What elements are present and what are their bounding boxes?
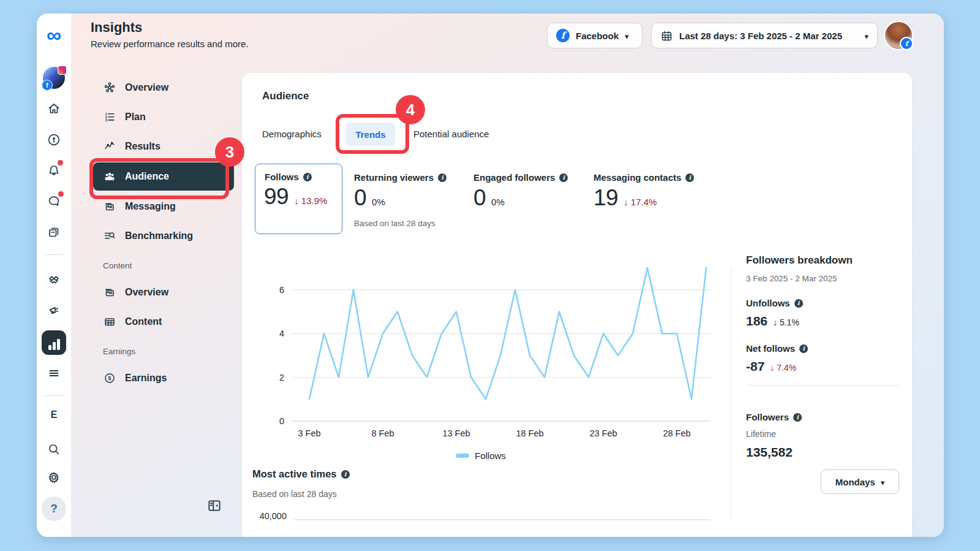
hamburger-menu-icon	[47, 366, 61, 381]
followers-label-row: Followers	[746, 412, 899, 422]
sidebar-item-messaging[interactable]: Messaging	[71, 196, 244, 217]
metric-card-follows[interactable]: Follows 99 13.9%	[255, 164, 342, 234]
metric-value: 0	[354, 185, 366, 211]
stat-delta-down: 5.1%	[773, 317, 799, 327]
sidebar-section-content: Content	[103, 261, 132, 270]
chevron-down-icon	[625, 31, 629, 41]
messages-dot	[58, 191, 64, 197]
breakdown-title: Followers breakdown	[746, 254, 899, 267]
ads-button[interactable]	[37, 300, 71, 322]
sidebar-item-content[interactable]: Content	[71, 311, 244, 332]
day-selector-button[interactable]: Mondays	[821, 469, 899, 494]
search-icon	[47, 442, 61, 457]
table-grid-icon	[103, 315, 116, 329]
sidebar-item-label: Benchmarking	[125, 230, 193, 241]
stat-label: Unfollows	[746, 298, 790, 308]
chevron-down-icon	[881, 477, 885, 487]
sidebar-item-overview[interactable]: Overview	[71, 77, 244, 98]
metric-card-returning-viewers[interactable]: Returning viewers 0 0%	[354, 164, 447, 211]
svg-text:23 Feb: 23 Feb	[589, 428, 617, 438]
metric-card-engaged-followers[interactable]: Engaged followers 0 0%	[473, 164, 568, 211]
most-active-times-note: Based on last 28 days	[252, 489, 337, 499]
unfollows-value-row: 186 5.1%	[746, 314, 899, 329]
metric-delta-down: 13.9%	[294, 196, 327, 206]
info-icon[interactable]	[685, 173, 694, 182]
sidebar-item-label: Content	[125, 316, 162, 327]
sidebar-item-earnings[interactable]: $ Earnings	[71, 368, 244, 389]
tab-demographics[interactable]: Demographics	[262, 123, 322, 146]
info-icon[interactable]	[438, 173, 447, 182]
home-button[interactable]	[37, 97, 71, 120]
info-icon[interactable]	[341, 470, 350, 479]
help-button[interactable]: ?	[37, 496, 71, 521]
info-icon[interactable]	[559, 173, 568, 182]
metric-label: Messaging contacts	[594, 172, 681, 183]
tab-trends-selected[interactable]: Trends	[346, 123, 395, 146]
messages-button[interactable]	[37, 190, 71, 212]
insights-button-selected[interactable]	[37, 330, 71, 355]
net-follows-value-row: -87 7.4%	[746, 359, 899, 374]
metric-card-messaging-contacts[interactable]: Messaging contacts 19 17.4%	[594, 164, 694, 211]
horizontal-divider	[746, 385, 899, 386]
insights-sidebar: Overview 1 2 3 Plan Results	[71, 13, 244, 537]
svg-text:0: 0	[279, 416, 284, 426]
date-range-button[interactable]: Last 28 days: 3 Feb 2025 - 2 Mar 2025	[651, 23, 878, 48]
sidebar-item-label: Overview	[125, 82, 168, 93]
sidebar-item-audience-selected[interactable]: Audience	[93, 162, 234, 191]
collapse-sidebar-button[interactable]	[206, 498, 224, 515]
sidebar-item-benchmarking[interactable]: Benchmarking	[71, 226, 244, 246]
profile-switcher-button[interactable]: E	[37, 404, 71, 426]
notification-dot	[58, 160, 63, 165]
facebook-badge-icon: f	[42, 80, 53, 91]
sidebar-item-results[interactable]: Results	[71, 136, 244, 157]
svg-text:3 Feb: 3 Feb	[298, 428, 320, 438]
legend-line-swatch	[456, 454, 469, 458]
settings-button[interactable]	[37, 466, 71, 488]
svg-text:$: $	[108, 375, 111, 381]
tab-potential-audience[interactable]: Potential audience	[413, 123, 489, 146]
info-icon[interactable]	[793, 413, 802, 422]
metric-delta-down: 17.4%	[624, 197, 657, 207]
pages-button[interactable]	[37, 221, 71, 243]
stat-value: 186	[746, 314, 767, 329]
business-avatar-image: f	[43, 67, 65, 89]
meta-logo[interactable]: ∞	[37, 24, 71, 46]
home-icon	[47, 101, 61, 116]
svg-text:4: 4	[279, 329, 284, 338]
platform-selector-label: Facebook	[576, 31, 619, 41]
stat-label: Net follows	[746, 343, 795, 354]
sidebar-item-label: Overview	[125, 287, 168, 298]
legend-label: Follows	[475, 450, 506, 461]
user-avatar[interactable]: f	[884, 21, 913, 50]
search-button[interactable]	[37, 438, 71, 460]
list-search-icon	[103, 229, 116, 243]
promote-button[interactable]	[37, 129, 71, 151]
sidebar-item-content-overview[interactable]: Overview	[71, 282, 244, 303]
info-icon[interactable]	[303, 173, 312, 181]
notifications-button[interactable]	[37, 159, 71, 181]
platform-selector-button[interactable]: f Facebook	[547, 23, 643, 48]
megaphone-icon	[47, 304, 61, 319]
axis-tick-label: 40,000	[252, 511, 287, 521]
question-mark-icon: ?	[42, 496, 66, 521]
sidebar-item-label: Earnings	[125, 373, 167, 384]
annotation-badge-step4: 4	[396, 95, 425, 124]
metric-delta: 0%	[372, 197, 385, 207]
instagram-badge-icon	[58, 66, 67, 75]
metric-label: Engaged followers	[473, 172, 555, 183]
numbered-list-icon: 1 2 3	[103, 110, 116, 124]
stacked-pages-icon	[47, 225, 61, 240]
handshake-icon	[47, 273, 61, 287]
svg-text:28 Feb: 28 Feb	[663, 428, 690, 438]
sidebar-item-label: Results	[125, 141, 160, 152]
sidebar-item-plan[interactable]: 1 2 3 Plan	[71, 107, 244, 127]
info-icon[interactable]	[799, 344, 808, 353]
partnerships-button[interactable]	[37, 269, 71, 291]
follows-trend-chart: 02463 Feb8 Feb13 Feb18 Feb23 Feb28 Feb	[257, 260, 717, 444]
info-icon[interactable]	[794, 299, 803, 308]
all-tools-button[interactable]	[37, 362, 71, 384]
post-card-icon	[103, 286, 116, 299]
audience-panel: Audience Demographics Trends Potential a…	[242, 73, 912, 537]
business-profile-avatar[interactable]: f	[37, 66, 71, 90]
breakdown-date-range: 3 Feb 2025 - 2 Mar 2025	[746, 274, 899, 283]
